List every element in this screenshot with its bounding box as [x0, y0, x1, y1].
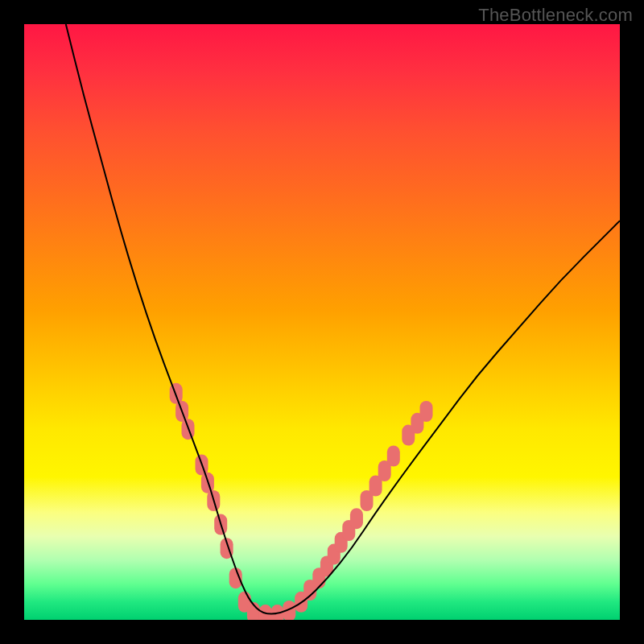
chart-svg: [24, 24, 620, 620]
highlight-marker: [387, 446, 400, 467]
chart-plot-area: [24, 24, 620, 620]
highlight-marker: [350, 508, 363, 529]
watermark-text: TheBottleneck.com: [478, 5, 633, 26]
highlight-marker: [420, 401, 433, 422]
marker-group: [170, 383, 433, 620]
